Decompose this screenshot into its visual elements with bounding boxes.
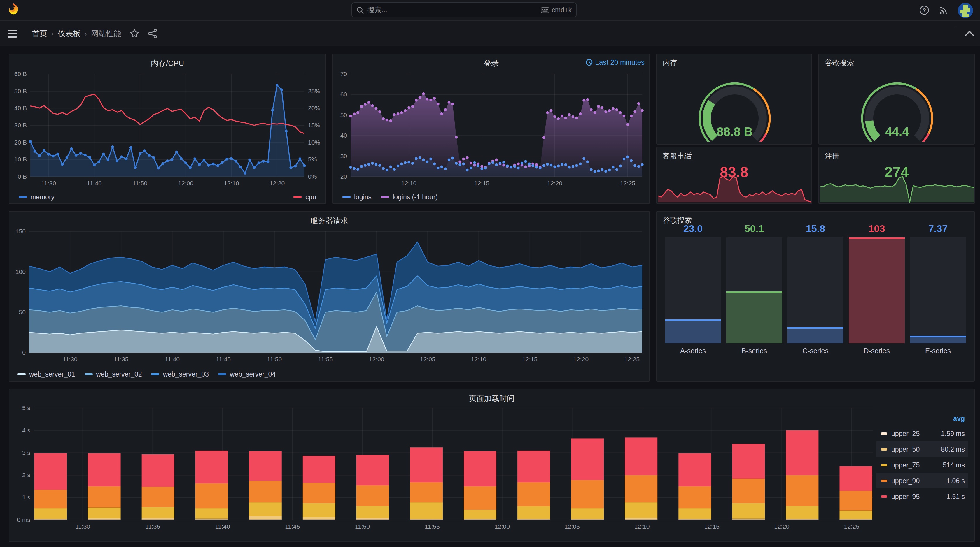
legend-label: logins: [354, 193, 372, 200]
share-icon[interactable]: [148, 29, 158, 38]
menu-hamburger-icon[interactable]: [8, 29, 17, 38]
search-input[interactable]: 搜索... cmd+k: [351, 2, 577, 17]
panel-memory-gauge: 内存 88.8 B: [656, 54, 812, 144]
bar-gauge-column: 7.37E-series: [910, 223, 966, 375]
svg-text:12:15: 12:15: [704, 523, 719, 530]
svg-text:11:40: 11:40: [87, 180, 102, 187]
user-avatar[interactable]: [958, 3, 973, 18]
breadcrumb-dashboards[interactable]: 仪表板: [58, 28, 81, 39]
svg-text:11:30: 11:30: [75, 523, 90, 530]
breadcrumb-current: 网站性能: [91, 28, 121, 39]
google-search-gauge: 44.4: [819, 67, 975, 142]
pageload-chart[interactable]: 0 ms1 s2 s3 s4 s5 s11:3011:3511:4011:451…: [10, 403, 877, 535]
svg-text:11:45: 11:45: [285, 523, 300, 530]
bar-gauge-track: [665, 237, 721, 343]
search-shortcut: cmd+k: [552, 6, 572, 13]
svg-text:12:25: 12:25: [624, 356, 640, 363]
legend-label: upper_95: [891, 493, 947, 500]
panel-title[interactable]: 服务器请求: [10, 216, 649, 226]
bar-gauge-column: 103D-series: [849, 223, 905, 375]
legend-item[interactable]: web_server_04: [218, 371, 275, 378]
bar-gauge-track: [788, 237, 843, 343]
svg-text:11:55: 11:55: [425, 523, 440, 530]
clock-icon: [586, 59, 593, 66]
legend-item[interactable]: upper_5080.2 ms: [876, 441, 968, 457]
svg-text:12:00: 12:00: [495, 523, 510, 530]
svg-text:11:45: 11:45: [216, 356, 231, 363]
legend-item[interactable]: upper_901.06 s: [876, 473, 968, 488]
help-icon[interactable]: ?: [920, 5, 929, 15]
svg-text:11:35: 11:35: [114, 356, 129, 363]
legend-swatch: [881, 464, 887, 466]
legend-item[interactable]: upper_75514 ms: [876, 457, 968, 473]
legend-item[interactable]: logins: [342, 193, 372, 200]
panel-signups-stat: 注册 274: [818, 147, 975, 204]
svg-text:1 s: 1 s: [22, 494, 30, 501]
svg-text:11:40: 11:40: [215, 523, 230, 530]
svg-text:5%: 5%: [308, 156, 317, 163]
legend-item[interactable]: web_server_03: [151, 371, 209, 378]
star-icon[interactable]: [129, 29, 139, 38]
bar-gauge-column: 23.0A-series: [665, 223, 721, 375]
panel-mem-cpu: 内存/CPU 0 B0%10 B5%20 B10%30 B15%40 B20%5…: [9, 54, 326, 204]
svg-text:60: 60: [340, 91, 347, 98]
legend-item[interactable]: upper_251.59 ms: [876, 425, 968, 441]
bar-gauge-cap: [788, 327, 843, 329]
legend-swatch: [381, 196, 389, 198]
legend-swatch: [84, 373, 92, 375]
legend-item[interactable]: upper_951.51 s: [876, 488, 968, 504]
svg-text:12:10: 12:10: [471, 356, 487, 363]
chart-legend: web_server_01web_server_02web_server_03w…: [18, 371, 275, 378]
bar-gauge: 23.0A-series50.1B-series15.8C-series103D…: [665, 223, 966, 375]
breadcrumb-home[interactable]: 首页: [32, 28, 47, 39]
breadcrumb: 首页 › 仪表板 › 网站性能: [32, 28, 121, 39]
legend-label: upper_75: [891, 461, 943, 468]
legend-item[interactable]: cpu: [294, 193, 316, 200]
legend-avg-value: 1.51 s: [947, 493, 965, 500]
bar-gauge-value: 15.8: [806, 223, 825, 237]
panel-title[interactable]: 内存/CPU: [10, 58, 326, 69]
legend-label: logins (-1 hour): [393, 193, 438, 200]
svg-text:11:30: 11:30: [41, 180, 56, 187]
svg-text:15%: 15%: [308, 122, 320, 128]
panel-timerange[interactable]: Last 20 minutes: [586, 58, 644, 67]
panel-title[interactable]: 页面加载时间: [10, 393, 974, 404]
legend-swatch: [218, 373, 226, 375]
legend-avg-value: 1.59 ms: [941, 430, 965, 437]
legend-item[interactable]: memory: [19, 193, 54, 200]
panel-title[interactable]: 内存: [663, 58, 677, 68]
legend-label: web_server_01: [29, 371, 75, 378]
legend-item[interactable]: logins (-1 hour): [381, 193, 438, 200]
panel-pageload: 页面加载时间 0 ms1 s2 s3 s4 s5 s11:3011:3511:4…: [9, 389, 975, 542]
chevron-up-icon[interactable]: [965, 30, 974, 36]
svg-text:3 s: 3 s: [22, 449, 30, 456]
legend-label: cpu: [305, 193, 316, 200]
svg-text:25%: 25%: [308, 88, 320, 94]
panel-title[interactable]: 谷歌搜索: [825, 58, 854, 68]
svg-text:12:20: 12:20: [547, 180, 563, 187]
mem-cpu-chart[interactable]: 0 B0%10 B5%20 B10%30 B15%40 B20%50 B25%6…: [10, 69, 327, 190]
panel-logins: 登录 Last 20 minutes 20304050607012:1012:1…: [332, 54, 650, 204]
bar-gauge-track: [849, 237, 905, 343]
stat-value: 83.8: [657, 164, 811, 181]
legend-avg-value: 1.06 s: [947, 477, 965, 484]
svg-text:30 B: 30 B: [14, 122, 27, 128]
svg-text:12:10: 12:10: [224, 180, 239, 187]
grafana-logo-icon[interactable]: [6, 2, 21, 17]
svg-text:11:30: 11:30: [63, 356, 78, 363]
bar-gauge-track: [910, 237, 966, 343]
svg-text:50: 50: [19, 309, 25, 316]
bar-gauge-fill: [788, 327, 843, 343]
bar-gauge-fill: [726, 292, 782, 343]
keyboard-icon: [541, 7, 549, 13]
legend-item[interactable]: web_server_02: [84, 371, 142, 378]
svg-text:12:25: 12:25: [844, 523, 859, 530]
bar-gauge-fill: [665, 319, 721, 343]
bar-gauge-value: 103: [869, 223, 885, 237]
legend-label: web_server_04: [230, 371, 275, 378]
search-placeholder: 搜索...: [368, 5, 541, 15]
news-rss-icon[interactable]: [939, 5, 948, 15]
legend-item[interactable]: web_server_01: [18, 371, 75, 378]
server-requests-chart[interactable]: 05010015011:3011:3511:4011:4511:5011:551…: [10, 227, 651, 368]
logins-chart[interactable]: 20304050607012:1012:1512:2012:25: [333, 69, 651, 190]
